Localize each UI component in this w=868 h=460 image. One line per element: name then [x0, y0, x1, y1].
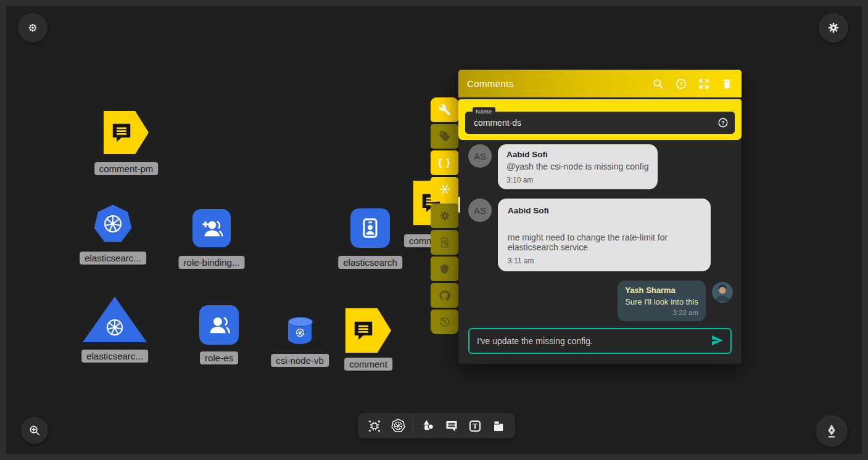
message-author: Aabid Sofi	[508, 206, 701, 215]
comment-shape	[104, 111, 149, 154]
people-icon	[207, 313, 231, 337]
settings-button[interactable]	[819, 13, 848, 43]
zoom-button[interactable]	[21, 417, 48, 444]
wrench-icon	[439, 104, 451, 116]
svg-text:T: T	[473, 422, 477, 430]
doc-search-icon	[439, 236, 451, 248]
user-photo	[712, 282, 733, 303]
canvas-node-comment-pm[interactable]: comment-pm	[104, 111, 149, 154]
tag-tool-button[interactable]	[431, 124, 458, 149]
message-row: AS Aabid Sofi me might need to change th…	[458, 199, 742, 271]
message-author: Yash Sharma	[625, 285, 698, 295]
comment-bubble-icon	[110, 121, 133, 144]
toolbar-divider	[413, 419, 413, 433]
pen-tool-button[interactable]	[816, 415, 848, 447]
component-graph-tool-button[interactable]	[363, 413, 386, 438]
message-author: Aabid Sofi	[506, 150, 649, 159]
message-text: @yash the csi-node is missing config	[506, 162, 649, 171]
message-time: 3:22 am	[625, 309, 698, 316]
comment-tool-icon	[444, 419, 459, 433]
security-tool-button[interactable]	[431, 257, 458, 281]
storage-cylinder-shape	[288, 318, 312, 344]
avatar: AS	[468, 199, 492, 222]
github-tool-button[interactable]	[431, 283, 458, 308]
kubernetes-triangle-shape	[83, 297, 147, 342]
history-tool-button[interactable]	[431, 310, 458, 334]
message-time: 3:11 am	[508, 257, 701, 265]
settings-tool-button[interactable]	[431, 203, 458, 228]
comment-composer	[468, 328, 732, 354]
name-help-button[interactable]: ?	[717, 117, 729, 128]
message-text: Sure I'll look into this	[625, 297, 698, 306]
name-input[interactable]	[465, 118, 735, 128]
shapes-tool-button[interactable]	[416, 413, 440, 438]
help-icon: ?	[717, 117, 729, 128]
text-tool-button[interactable]: T	[463, 413, 487, 438]
node-label: comment	[344, 358, 392, 371]
message-text: me might need to change the rate-limit f…	[508, 232, 701, 252]
configure-tool-button[interactable]	[431, 97, 458, 122]
node-label: elasticsearc...	[80, 252, 146, 265]
canvas-node-elasticsearch-octagon[interactable]: elasticsearc...	[94, 205, 132, 243]
github-icon	[438, 289, 451, 302]
kubernetes-wheel-icon	[102, 213, 124, 235]
kubernetes-wheel-icon	[295, 327, 305, 338]
history-icon	[439, 316, 451, 328]
role-binding-shape	[192, 209, 231, 247]
canvas-node-elasticsearch-triangle[interactable]: elasticsearc...	[83, 297, 147, 342]
expand-icon	[698, 78, 710, 90]
canvas-node-role-es[interactable]: role-es	[199, 305, 239, 345]
message-bubble: Aabid Sofi @yash the csi-node is missing…	[498, 144, 658, 189]
message-bubble: Yash Sharma Sure I'll look into this 3:2…	[618, 281, 706, 321]
canvas-node-comment[interactable]: comment	[345, 308, 391, 353]
component-graph-icon	[367, 419, 382, 433]
canvas-node-elasticsearch[interactable]: elasticsearch	[350, 208, 390, 248]
canvas-node-csi-node-vb[interactable]: csi-node-vb	[288, 318, 312, 344]
kubernetes-wheel-icon	[104, 317, 125, 338]
help-icon: ?	[675, 78, 687, 90]
json-tool-button[interactable]: { }	[431, 150, 458, 175]
pen-nib-icon	[824, 423, 840, 439]
comment-input[interactable]	[469, 336, 709, 346]
comment-bubble-icon	[352, 319, 375, 342]
search-icon	[652, 78, 664, 90]
inspect-config-button[interactable]	[431, 230, 458, 255]
send-button[interactable]	[709, 332, 730, 350]
name-field-label: Name	[473, 107, 495, 115]
message-time: 3:10 am	[506, 176, 649, 184]
note-tool-button[interactable]	[487, 413, 510, 438]
svg-text:?: ?	[721, 120, 724, 126]
shapes-icon	[421, 418, 436, 433]
avatar-photo	[712, 282, 733, 303]
message-list[interactable]: AS Aabid Sofi @yash the csi-node is miss…	[458, 140, 742, 364]
help-button[interactable]: ?	[675, 78, 687, 90]
expand-button[interactable]	[698, 78, 710, 90]
node-label: role-es	[200, 351, 238, 364]
delete-button[interactable]	[721, 78, 733, 90]
search-button[interactable]	[652, 78, 664, 90]
svg-text:?: ?	[679, 81, 683, 87]
app-menu-button[interactable]	[18, 13, 48, 43]
trash-icon	[721, 78, 733, 89]
canvas-toolbar: T	[358, 413, 515, 438]
hub-tool-button[interactable]	[431, 177, 458, 202]
hub-icon	[438, 183, 452, 196]
avatar: AS	[468, 144, 492, 168]
comment-tool-button[interactable]	[440, 413, 463, 438]
node-label: comment-pm	[94, 162, 159, 175]
send-icon	[710, 333, 725, 348]
message-bubble: Aabid Sofi me might need to change the r…	[498, 199, 711, 271]
canvas-node-role-binding[interactable]: role-binding...	[192, 209, 231, 247]
node-label: role-binding...	[179, 256, 245, 269]
scrollbar-thumb[interactable]	[458, 197, 460, 213]
shield-icon	[439, 263, 450, 275]
comments-panel-header[interactable]: Comments ?	[458, 70, 742, 97]
node-label: elasticsearc...	[81, 350, 148, 363]
node-label: csi-node-vb	[271, 354, 329, 367]
text-tool-icon: T	[468, 419, 482, 433]
node-label: elasticsearch	[338, 256, 402, 269]
flower-icon	[27, 22, 39, 34]
kubernetes-tool-button[interactable]	[386, 413, 410, 438]
comments-panel: Comments ?	[458, 70, 742, 364]
braces-icon: { }	[438, 157, 451, 169]
